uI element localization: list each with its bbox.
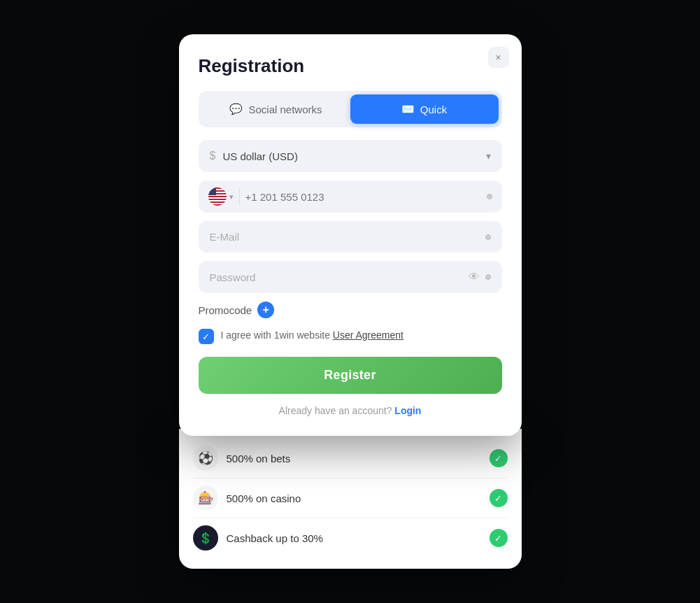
close-button[interactable]: × — [488, 47, 509, 68]
bonus-icon-cashback: 💲 — [193, 525, 218, 551]
email-input[interactable] — [210, 231, 480, 243]
us-flag — [208, 187, 227, 206]
email-input-container — [199, 221, 502, 253]
dollar-icon: $ — [210, 150, 216, 162]
promocode-label: Promocode — [199, 304, 252, 316]
agree-text: I agree with 1win website User Agreement — [221, 328, 403, 343]
email-row — [199, 221, 502, 253]
phone-row: ▾ — [199, 180, 502, 213]
login-row: Already have an account? Login — [199, 405, 502, 416]
list-item: ⚽ 500% on bets ✓ — [193, 439, 508, 478]
list-item: 💲 Cashback up to 30% ✓ — [193, 518, 508, 558]
phone-input[interactable] — [245, 191, 481, 203]
check-icon-casino: ✓ — [490, 489, 508, 507]
list-item: 🎰 500% on casino ✓ — [193, 478, 508, 518]
register-button[interactable]: Register — [199, 357, 502, 394]
currency-select[interactable]: $ US dollar (USD) ▾ — [199, 140, 502, 172]
agree-checkbox[interactable]: ✓ — [199, 329, 214, 344]
user-agreement-link[interactable]: User Agreement — [333, 329, 403, 341]
password-dot-indicator — [485, 274, 491, 280]
check-icon-bets: ✓ — [490, 449, 508, 467]
tab-quick[interactable]: ✉️ Quick — [350, 94, 499, 124]
add-promocode-button[interactable]: + — [257, 302, 274, 318]
password-input-container: 👁 — [199, 261, 502, 293]
modal-wrapper: Registration × 💬 Social networks ✉️ Quic… — [179, 34, 522, 569]
bonus-icon-casino: 🎰 — [193, 485, 218, 511]
password-row: 👁 — [199, 261, 502, 293]
bonus-text-casino: 500% on casino — [227, 492, 481, 504]
registration-modal: Registration × 💬 Social networks ✉️ Quic… — [179, 34, 522, 436]
login-link[interactable]: Login — [394, 405, 421, 416]
bonus-text-bets: 500% on bets — [227, 453, 481, 464]
modal-title: Registration — [199, 55, 502, 77]
country-selector[interactable]: ▾ — [208, 187, 240, 206]
checkmark-icon: ✓ — [202, 332, 210, 342]
promocode-row: Promocode + — [199, 302, 502, 318]
agree-row: ✓ I agree with 1win website User Agreeme… — [199, 328, 502, 344]
currency-row: $ US dollar (USD) ▾ — [199, 140, 502, 172]
tab-row: 💬 Social networks ✉️ Quick — [199, 91, 502, 127]
check-icon-cashback: ✓ — [490, 529, 508, 547]
password-input[interactable] — [210, 271, 463, 283]
eye-icon[interactable]: 👁 — [469, 271, 480, 283]
flag-chevron-icon: ▾ — [229, 192, 234, 201]
email-dot-indicator — [485, 234, 491, 240]
bonus-text-cashback: Cashback up to 30% — [227, 532, 481, 544]
bonus-icon-bets: ⚽ — [193, 446, 218, 471]
email-icon: ✉️ — [401, 103, 415, 115]
bonus-cards: ⚽ 500% on bets ✓ 🎰 500% on casino ✓ 💲 Ca… — [179, 429, 522, 569]
chevron-down-icon: ▾ — [486, 150, 491, 162]
tab-social[interactable]: 💬 Social networks — [202, 94, 350, 124]
already-account-text: Already have an account? — [279, 405, 392, 416]
phone-dot-indicator — [487, 194, 492, 199]
phone-input-container: ▾ — [199, 180, 502, 213]
social-icon: 💬 — [229, 103, 243, 115]
